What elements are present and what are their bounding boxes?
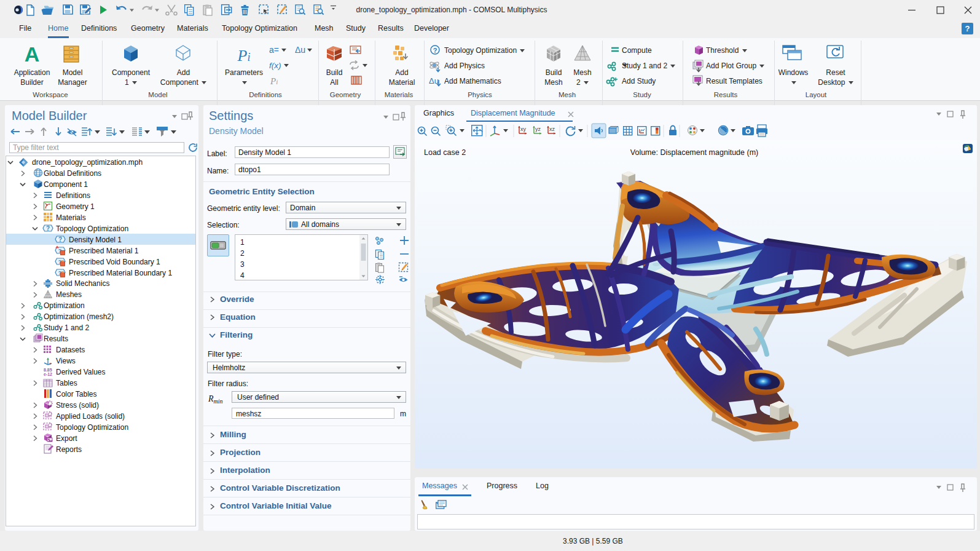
svg-text:xy: xy: [520, 126, 527, 132]
svg-text:Prescribed Material Boundary 1: Prescribed Material Boundary 1: [69, 269, 172, 277]
svg-text:e-12: e-12: [44, 372, 52, 376]
svg-text:Tables: Tables: [56, 379, 77, 387]
svg-text:Materials: Materials: [56, 213, 86, 222]
svg-text:Pi: Pi: [270, 76, 278, 86]
svg-text:Prescribed Void Boundary 1: Prescribed Void Boundary 1: [69, 258, 160, 266]
svg-text:?: ?: [433, 47, 437, 54]
svg-text:Export: Export: [56, 434, 77, 443]
svg-text:a=: a=: [269, 45, 279, 55]
svg-text:drone_topology_optimization.mp: drone_topology_optimization.mph: [32, 158, 143, 167]
svg-text:?: ?: [46, 225, 50, 232]
svg-text:f(x): f(x): [269, 61, 281, 70]
svg-text:Component 1: Component 1: [44, 180, 88, 189]
svg-text:Optimization: Optimization: [44, 301, 85, 310]
svg-text:Views: Views: [56, 357, 76, 365]
svg-text:yz: yz: [535, 126, 541, 132]
svg-text:Δu: Δu: [295, 45, 305, 55]
svg-text:Results: Results: [44, 335, 68, 343]
svg-text:Density Model 1: Density Model 1: [69, 236, 122, 244]
svg-text:?: ?: [58, 236, 62, 243]
svg-text:Prescribed Material 1: Prescribed Material 1: [69, 247, 139, 255]
svg-text:Definitions: Definitions: [56, 191, 90, 200]
svg-text:A: A: [25, 42, 40, 66]
svg-text:Meshes: Meshes: [56, 290, 82, 299]
svg-text:Color Tables: Color Tables: [56, 390, 96, 398]
svg-text:Geometry 1: Geometry 1: [56, 202, 95, 211]
svg-text:Global Definitions: Global Definitions: [44, 169, 101, 178]
svg-text:Stress (solid): Stress (solid): [56, 401, 99, 410]
svg-text:Pi: Pi: [237, 47, 251, 65]
svg-text:Type filter text: Type filter text: [13, 143, 59, 152]
svg-text:Solid Mechanics: Solid Mechanics: [56, 279, 109, 288]
svg-text:Applied Loads (solid): Applied Loads (solid): [56, 412, 125, 421]
svg-text:Datasets: Datasets: [56, 346, 85, 354]
svg-text:Topology Optimization: Topology Optimization: [56, 224, 128, 233]
svg-text:Reports: Reports: [56, 445, 82, 454]
svg-text:8.85: 8.85: [44, 368, 52, 372]
svg-text:Topology Optimization: Topology Optimization: [56, 423, 128, 432]
svg-text:Optimization (mesh2): Optimization (mesh2): [44, 312, 114, 321]
svg-text:xz: xz: [549, 126, 555, 132]
svg-text:Derived Values: Derived Values: [56, 368, 105, 376]
svg-text:Study 1 and 2: Study 1 and 2: [44, 323, 89, 332]
